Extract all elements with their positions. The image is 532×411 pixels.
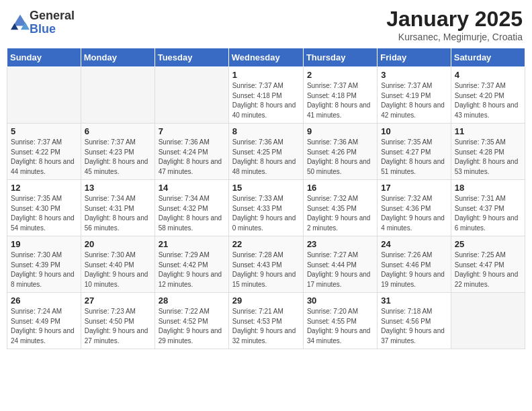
day-number: 19 — [11, 239, 77, 249]
calendar-week-3: 12Sunrise: 7:35 AMSunset: 4:30 PMDayligh… — [7, 180, 525, 236]
calendar-cell: 3Sunrise: 7:37 AMSunset: 4:19 PMDaylight… — [378, 67, 451, 124]
day-number: 10 — [381, 126, 447, 136]
day-number: 31 — [381, 295, 447, 306]
calendar-cell: 17Sunrise: 7:32 AMSunset: 4:36 PMDayligh… — [378, 180, 451, 236]
day-number: 12 — [11, 183, 77, 193]
calendar-week-5: 26Sunrise: 7:24 AMSunset: 4:49 PMDayligh… — [7, 293, 525, 349]
day-number: 13 — [85, 183, 151, 193]
weekday-header-saturday: Saturday — [451, 48, 525, 67]
calendar-cell: 11Sunrise: 7:35 AMSunset: 4:28 PMDayligh… — [451, 124, 525, 180]
day-info: Sunrise: 7:37 AMSunset: 4:18 PMDaylight:… — [232, 81, 300, 120]
day-info: Sunrise: 7:34 AMSunset: 4:31 PMDaylight:… — [85, 194, 151, 233]
day-number: 24 — [381, 239, 447, 249]
day-info: Sunrise: 7:27 AMSunset: 4:44 PMDaylight:… — [307, 250, 373, 289]
calendar-cell: 25Sunrise: 7:25 AMSunset: 4:47 PMDayligh… — [451, 236, 525, 293]
calendar-cell: 29Sunrise: 7:21 AMSunset: 4:53 PMDayligh… — [228, 293, 303, 349]
day-number: 28 — [159, 295, 225, 306]
calendar-week-2: 5Sunrise: 7:37 AMSunset: 4:22 PMDaylight… — [7, 124, 525, 180]
day-info: Sunrise: 7:35 AMSunset: 4:30 PMDaylight:… — [11, 194, 77, 233]
day-number: 7 — [159, 126, 225, 136]
day-info: Sunrise: 7:36 AMSunset: 4:25 PMDaylight:… — [232, 138, 300, 177]
calendar-cell — [451, 293, 525, 349]
calendar-week-4: 19Sunrise: 7:30 AMSunset: 4:39 PMDayligh… — [7, 236, 525, 293]
calendar-cell: 26Sunrise: 7:24 AMSunset: 4:49 PMDayligh… — [7, 293, 81, 349]
day-number: 4 — [455, 70, 521, 80]
calendar-cell: 21Sunrise: 7:29 AMSunset: 4:42 PMDayligh… — [154, 236, 228, 293]
day-number: 6 — [85, 126, 151, 136]
day-info: Sunrise: 7:34 AMSunset: 4:32 PMDaylight:… — [159, 194, 225, 233]
day-number: 20 — [85, 239, 151, 249]
day-info: Sunrise: 7:37 AMSunset: 4:18 PMDaylight:… — [307, 81, 373, 120]
calendar-cell: 22Sunrise: 7:28 AMSunset: 4:43 PMDayligh… — [228, 236, 303, 293]
calendar-cell: 30Sunrise: 7:20 AMSunset: 4:55 PMDayligh… — [303, 293, 377, 349]
calendar-cell: 14Sunrise: 7:34 AMSunset: 4:32 PMDayligh… — [154, 180, 228, 236]
calendar-cell: 1Sunrise: 7:37 AMSunset: 4:18 PMDaylight… — [228, 67, 303, 124]
calendar-cell — [154, 67, 228, 124]
weekday-header-row: SundayMondayTuesdayWednesdayThursdayFrid… — [7, 48, 525, 67]
calendar-cell: 16Sunrise: 7:32 AMSunset: 4:35 PMDayligh… — [303, 180, 377, 236]
day-info: Sunrise: 7:32 AMSunset: 4:36 PMDaylight:… — [381, 194, 447, 233]
calendar-cell: 7Sunrise: 7:36 AMSunset: 4:24 PMDaylight… — [154, 124, 228, 180]
page-header: General Blue January 2025 Kursanec, Megi… — [7, 7, 525, 42]
day-info: Sunrise: 7:18 AMSunset: 4:56 PMDaylight:… — [381, 307, 447, 346]
calendar-cell: 15Sunrise: 7:33 AMSunset: 4:33 PMDayligh… — [228, 180, 303, 236]
day-number: 30 — [307, 295, 373, 306]
day-info: Sunrise: 7:24 AMSunset: 4:49 PMDaylight:… — [11, 307, 77, 346]
day-number: 27 — [85, 295, 151, 306]
day-number: 26 — [11, 295, 77, 306]
day-info: Sunrise: 7:25 AMSunset: 4:47 PMDaylight:… — [455, 250, 521, 289]
day-number: 22 — [232, 239, 300, 249]
day-number: 16 — [307, 183, 373, 193]
month-year-title: January 2025 — [386, 7, 523, 32]
calendar-cell: 9Sunrise: 7:36 AMSunset: 4:26 PMDaylight… — [303, 124, 377, 180]
weekday-header-sunday: Sunday — [7, 48, 81, 67]
calendar-cell: 10Sunrise: 7:35 AMSunset: 4:27 PMDayligh… — [378, 124, 451, 180]
calendar-cell: 4Sunrise: 7:37 AMSunset: 4:20 PMDaylight… — [451, 67, 525, 124]
day-number: 21 — [159, 239, 225, 249]
day-number: 15 — [232, 183, 300, 193]
logo: General Blue — [9, 9, 75, 36]
calendar-table: SundayMondayTuesdayWednesdayThursdayFrid… — [7, 48, 525, 349]
day-number: 23 — [307, 239, 373, 249]
logo-blue-text: Blue — [30, 22, 56, 36]
day-number: 2 — [307, 70, 373, 80]
weekday-header-monday: Monday — [81, 48, 154, 67]
day-info: Sunrise: 7:33 AMSunset: 4:33 PMDaylight:… — [232, 194, 300, 233]
day-number: 25 — [455, 239, 521, 249]
day-number: 1 — [232, 70, 300, 80]
calendar-cell: 8Sunrise: 7:36 AMSunset: 4:25 PMDaylight… — [228, 124, 303, 180]
weekday-header-wednesday: Wednesday — [228, 48, 303, 67]
day-info: Sunrise: 7:20 AMSunset: 4:55 PMDaylight:… — [307, 307, 373, 346]
day-info: Sunrise: 7:37 AMSunset: 4:23 PMDaylight:… — [85, 138, 151, 177]
location-subtitle: Kursanec, Megimurje, Croatia — [386, 32, 523, 42]
calendar-cell — [81, 67, 154, 124]
calendar-cell: 6Sunrise: 7:37 AMSunset: 4:23 PMDaylight… — [81, 124, 154, 180]
calendar-cell: 18Sunrise: 7:31 AMSunset: 4:37 PMDayligh… — [451, 180, 525, 236]
day-info: Sunrise: 7:36 AMSunset: 4:26 PMDaylight:… — [307, 138, 373, 177]
calendar-cell: 19Sunrise: 7:30 AMSunset: 4:39 PMDayligh… — [7, 236, 81, 293]
calendar-cell: 12Sunrise: 7:35 AMSunset: 4:30 PMDayligh… — [7, 180, 81, 236]
day-info: Sunrise: 7:37 AMSunset: 4:19 PMDaylight:… — [381, 81, 447, 120]
logo-general-text: General — [30, 9, 75, 22]
calendar-cell: 28Sunrise: 7:22 AMSunset: 4:52 PMDayligh… — [154, 293, 228, 349]
day-number: 17 — [381, 183, 447, 193]
calendar-cell: 5Sunrise: 7:37 AMSunset: 4:22 PMDaylight… — [7, 124, 81, 180]
day-number: 3 — [381, 70, 447, 80]
calendar-header: SundayMondayTuesdayWednesdayThursdayFrid… — [7, 48, 525, 67]
calendar-cell: 23Sunrise: 7:27 AMSunset: 4:44 PMDayligh… — [303, 236, 377, 293]
day-info: Sunrise: 7:32 AMSunset: 4:35 PMDaylight:… — [307, 194, 373, 233]
day-number: 8 — [232, 126, 300, 136]
day-info: Sunrise: 7:31 AMSunset: 4:37 PMDaylight:… — [455, 194, 521, 233]
title-area: January 2025 Kursanec, Megimurje, Croati… — [386, 7, 523, 42]
day-info: Sunrise: 7:30 AMSunset: 4:40 PMDaylight:… — [85, 250, 151, 289]
weekday-header-friday: Friday — [378, 48, 451, 67]
day-info: Sunrise: 7:35 AMSunset: 4:27 PMDaylight:… — [381, 138, 447, 177]
calendar-cell: 2Sunrise: 7:37 AMSunset: 4:18 PMDaylight… — [303, 67, 377, 124]
day-number: 14 — [159, 183, 225, 193]
day-info: Sunrise: 7:35 AMSunset: 4:28 PMDaylight:… — [455, 138, 521, 177]
day-info: Sunrise: 7:28 AMSunset: 4:43 PMDaylight:… — [232, 250, 300, 289]
calendar-cell: 31Sunrise: 7:18 AMSunset: 4:56 PMDayligh… — [378, 293, 451, 349]
calendar-cell — [7, 67, 81, 124]
day-info: Sunrise: 7:37 AMSunset: 4:22 PMDaylight:… — [11, 138, 77, 177]
day-info: Sunrise: 7:22 AMSunset: 4:52 PMDaylight:… — [159, 307, 225, 346]
